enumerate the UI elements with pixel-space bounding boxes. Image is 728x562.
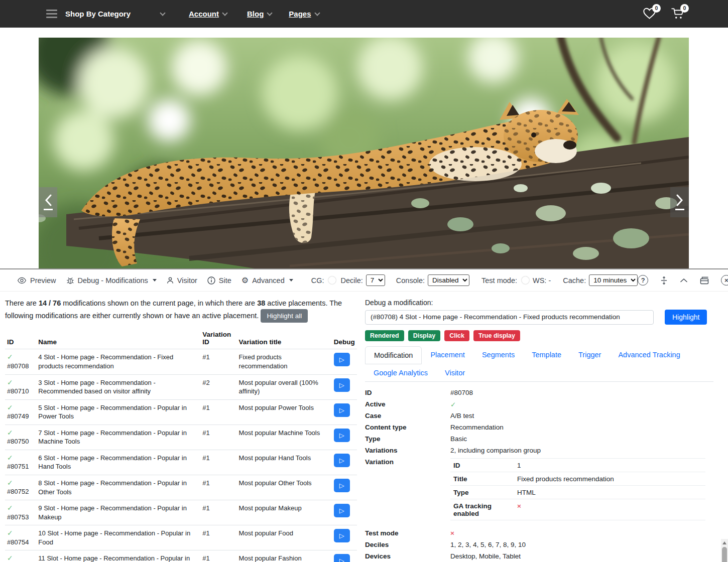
status-badge-true-display: True display	[473, 330, 520, 341]
table-row: ✓#80708 4 Slot - Home page - Recommendat…	[5, 349, 357, 374]
play-icon: ▷	[339, 356, 344, 363]
detail-value-case: A/B test	[450, 412, 474, 419]
debug-row-button[interactable]: ▷	[334, 479, 350, 492]
tab-google-analytics[interactable]: Google Analytics	[365, 364, 436, 381]
detail-value-id: #80708	[450, 389, 473, 396]
cache-label: Cache:	[563, 276, 586, 285]
chevron-left-icon	[44, 194, 52, 206]
active-check-icon: ✓	[7, 353, 34, 362]
nav-link-pages[interactable]: Pages	[289, 10, 311, 18]
hero-carousel-image	[39, 38, 689, 268]
close-panel-button[interactable]: ×	[721, 275, 728, 286]
debug-row-button[interactable]: ▷	[334, 353, 350, 366]
debug-row-button[interactable]: ▷	[334, 504, 350, 517]
nav-link-blog[interactable]: Blog	[247, 10, 264, 18]
col-header-variation-title: Variation title	[237, 328, 332, 349]
detail-value-content-type: Recommendation	[450, 424, 504, 431]
detail-label-test-mode: Test mode	[365, 529, 450, 537]
cart-icon[interactable]: 0	[671, 7, 685, 21]
detail-label-content-type: Content type	[365, 424, 450, 431]
detail-value-type: Basic	[450, 435, 467, 443]
tab-segments[interactable]: Segments	[473, 346, 523, 364]
active-check-icon: ✓	[7, 504, 34, 513]
wishlist-heart-icon[interactable]: 0	[643, 7, 657, 21]
status-badge-rendered: Rendered	[365, 330, 404, 341]
debug-toolbar: Preview Debug - Modifications Visitor Si…	[0, 269, 728, 292]
caret-down-icon	[289, 279, 293, 282]
tab-visitor[interactable]: Visitor	[436, 364, 473, 381]
debug-row-button[interactable]: ▷	[334, 378, 350, 392]
table-row: ✓#80749 5 Slot - Home page - Recommendat…	[5, 399, 357, 425]
highlight-button[interactable]: Highlight	[665, 310, 707, 325]
triangle-up-icon	[722, 541, 726, 544]
panel-scrollbar[interactable]	[721, 539, 728, 562]
debug-row-button[interactable]: ▷	[334, 454, 350, 467]
col-header-name: Name	[36, 328, 200, 349]
advanced-dropdown[interactable]: ⚙ Advanced	[241, 275, 293, 285]
play-icon: ▷	[339, 381, 344, 389]
modification-details: ID#80708 Active✓ CaseA/B test Content ty…	[365, 389, 712, 562]
chevron-down-icon	[314, 10, 320, 16]
debug-row-button[interactable]: ▷	[334, 554, 350, 562]
tab-placement[interactable]: Placement	[422, 346, 473, 364]
variation-title-label: Title	[453, 475, 517, 483]
play-icon: ▷	[339, 482, 344, 489]
scroll-up-button[interactable]	[721, 539, 728, 546]
shop-by-category-menu[interactable]: Shop By Category	[65, 10, 131, 18]
chevron-up-icon	[680, 278, 688, 283]
chevron-down-icon	[267, 10, 273, 16]
table-row: ✓#80753 9 Slot - Home page - Recommendat…	[5, 500, 357, 525]
debug-modifications-dropdown[interactable]: Debug - Modifications	[66, 276, 157, 285]
debug-row-button[interactable]: ▷	[334, 429, 350, 442]
cross-icon: ×	[517, 502, 521, 517]
status-badge-display: Display	[408, 330, 440, 341]
play-icon: ▷	[339, 557, 344, 562]
active-check-icon: ✓	[7, 454, 34, 463]
detail-value-variations: 2, including comparison group	[450, 447, 541, 454]
visitor-button[interactable]: Visitor	[167, 276, 197, 285]
hamburger-menu-icon[interactable]	[46, 10, 57, 18]
carousel-next-button[interactable]	[670, 187, 689, 217]
caret-down-icon	[153, 279, 157, 282]
debug-row-button[interactable]: ▷	[334, 529, 350, 542]
highlight-all-button[interactable]: Highlight all	[261, 309, 308, 323]
active-check-icon: ✓	[7, 529, 34, 538]
decile-select[interactable]: 7	[366, 274, 385, 286]
detail-value-deciles: 1, 2, 3, 4, 5, 6, 7, 8, 9, 10	[450, 541, 526, 548]
bug-icon	[66, 276, 74, 285]
table-row: ✓#80752 8 Slot - Home page - Recommendat…	[5, 475, 357, 500]
preview-button[interactable]: Preview	[17, 276, 56, 285]
help-button[interactable]: ?	[638, 275, 648, 286]
nav-link-account[interactable]: Account	[189, 10, 219, 18]
table-row: ✓#80751 6 Slot - Home page - Recommendat…	[5, 450, 357, 475]
tab-template[interactable]: Template	[523, 346, 570, 364]
detach-window-button[interactable]	[700, 276, 709, 285]
status-badges: Rendered Display Click True display	[365, 330, 712, 341]
test-mode-label: Test mode:	[481, 276, 517, 285]
debug-panel: Preview Debug - Modifications Visitor Si…	[0, 268, 728, 562]
variation-ga-label: GA tracking enabled	[453, 502, 517, 517]
table-row: ✓#80754 10 Slot - Home page - Recommenda…	[5, 525, 357, 550]
leopard-on-branch-illustration	[39, 38, 689, 268]
tab-advanced-tracking[interactable]: Advanced Tracking	[610, 346, 688, 364]
variation-title-value: Fixed products recommendation	[517, 475, 614, 483]
tab-modification[interactable]: Modification	[365, 346, 422, 364]
tab-trigger[interactable]: Trigger	[570, 346, 610, 364]
detail-label-active: Active	[365, 400, 450, 408]
carousel-prev-button[interactable]	[39, 187, 57, 217]
detail-label-deciles: Deciles	[365, 541, 450, 548]
check-icon: ✓	[450, 400, 456, 408]
modification-select[interactable]: (#80708) 4 Slot - Home page - Recommenda…	[365, 310, 654, 325]
resize-panel-button[interactable]	[660, 276, 668, 285]
site-button[interactable]: Site	[207, 276, 231, 285]
collapse-panel-button[interactable]	[680, 278, 688, 283]
debug-row-button[interactable]: ▷	[334, 403, 350, 417]
gear-icon: ⚙	[241, 275, 249, 285]
console-select[interactable]: Disabled	[428, 274, 469, 286]
variation-id-value: 1	[517, 462, 521, 469]
scrollbar-thumb[interactable]	[722, 547, 727, 562]
cache-select[interactable]: 10 minutes	[589, 274, 638, 286]
play-icon: ▷	[339, 507, 344, 514]
active-check-icon: ✓	[7, 403, 34, 412]
col-header-debug: Debug	[332, 328, 357, 349]
